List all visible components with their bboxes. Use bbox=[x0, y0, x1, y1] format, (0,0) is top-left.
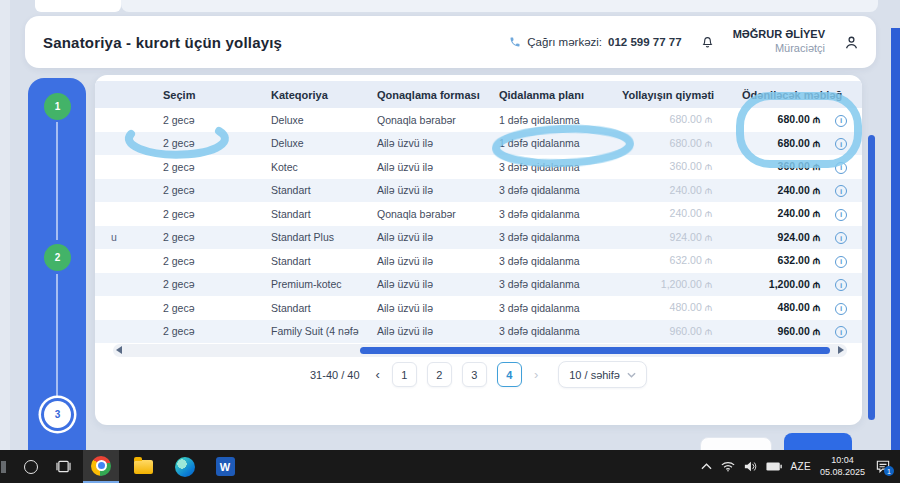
tray-date: 05.08.2025 bbox=[820, 467, 865, 477]
cell-qonaqlama: Ailə üzvü ilə bbox=[359, 302, 481, 314]
cell-qiymet: 1,200.00 ₼ bbox=[604, 278, 724, 291]
cell-qonaqlama: Ailə üzvü ilə bbox=[359, 255, 481, 267]
cell-mebleg: 680.00 ₼ bbox=[724, 113, 832, 126]
cell-kateqoriya: Deluxe bbox=[253, 114, 359, 126]
column-header-qiymet: Yollayışın qiyməti bbox=[604, 89, 724, 101]
info-icon[interactable]: i bbox=[835, 232, 847, 244]
cell-mebleg: 924.00 ₼ bbox=[724, 231, 832, 244]
table-row[interactable]: 2 gecə Family Suit (4 nəfər) Ailə üzvü i… bbox=[95, 320, 862, 344]
table-row[interactable]: 2 gecə Deluxe Qonaqla bərabər 1 dəfə qid… bbox=[95, 108, 862, 132]
info-icon[interactable]: i bbox=[835, 279, 847, 291]
cell-kateqoriya: Premium-kotec bbox=[253, 278, 359, 290]
scroll-left-arrow[interactable] bbox=[116, 346, 122, 354]
cell-qonaqlama: Ailə üzvü ilə bbox=[359, 184, 481, 196]
volume-icon[interactable] bbox=[744, 461, 757, 472]
table-row[interactable]: u 2 gecə Standart Plus Ailə üzvü ilə 3 d… bbox=[95, 226, 862, 250]
cell-qidalanma: 1 dəfə qidalanma bbox=[481, 137, 604, 149]
info-icon[interactable]: i bbox=[835, 162, 847, 174]
pagination-prev-button[interactable]: ‹ bbox=[374, 367, 382, 382]
chrome-icon[interactable] bbox=[83, 450, 119, 483]
pagination: 31-40 / 40 ‹ 1 2 3 4 › 10 / səhifə bbox=[95, 361, 862, 388]
cell-qidalanma: 3 dəfə qidalanma bbox=[481, 184, 604, 196]
row-stray-fragment: u bbox=[95, 231, 145, 243]
info-icon[interactable]: i bbox=[835, 256, 847, 268]
bell-icon[interactable] bbox=[700, 34, 715, 50]
page-vertical-scrollbar[interactable] bbox=[868, 135, 875, 420]
table-row[interactable]: 2 gecə Standart Ailə üzvü ilə 3 dəfə qid… bbox=[95, 179, 862, 203]
table-horizontal-scrollbar[interactable] bbox=[113, 344, 847, 357]
window-edge-strip bbox=[891, 28, 900, 450]
page-size-value: 10 / səhifə bbox=[569, 369, 620, 381]
file-explorer-icon[interactable] bbox=[128, 450, 158, 483]
wifi-icon[interactable] bbox=[721, 461, 735, 472]
info-icon[interactable]: i bbox=[835, 303, 847, 315]
cell-secim: 2 gecə bbox=[145, 114, 253, 126]
cell-kateqoriya: Deluxe bbox=[253, 137, 359, 149]
cell-kateqoriya: Standart bbox=[253, 302, 359, 314]
pagination-page-2[interactable]: 2 bbox=[427, 362, 452, 387]
cell-qidalanma: 3 dəfə qidalanma bbox=[481, 161, 604, 173]
table-row[interactable]: 2 gecə Standart Ailə üzvü ilə 3 dəfə qid… bbox=[95, 296, 862, 320]
cell-qonaqlama: Qonaqla bərabər bbox=[359, 114, 481, 126]
info-icon[interactable]: i bbox=[835, 138, 847, 150]
cortana-icon[interactable] bbox=[18, 450, 44, 483]
cell-qiymet: 480.00 ₼ bbox=[604, 301, 724, 314]
call-center-number: 012 599 77 77 bbox=[608, 36, 682, 48]
pagination-page-1[interactable]: 1 bbox=[392, 362, 417, 387]
language-indicator[interactable]: AZE bbox=[791, 461, 811, 472]
stepper-connector bbox=[56, 274, 58, 396]
table-row[interactable]: 2 gecə Deluxe Ailə üzvü ilə 1 dəfə qidal… bbox=[95, 132, 862, 156]
start-button-partial[interactable] bbox=[0, 450, 6, 483]
stepper-connector bbox=[56, 122, 58, 240]
call-center-label: Çağrı mərkəzi: bbox=[527, 36, 602, 48]
cell-secim: 2 gecə bbox=[145, 325, 253, 337]
call-center-info: Çağrı mərkəzi: 012 599 77 77 bbox=[509, 36, 681, 48]
page-size-select[interactable]: 10 / səhifə bbox=[558, 361, 647, 388]
cell-qonaqlama: Ailə üzvü ilə bbox=[359, 325, 481, 337]
pagination-page-3[interactable]: 3 bbox=[462, 362, 487, 387]
cell-mebleg: 1,200.00 ₼ bbox=[724, 278, 832, 291]
user-info: MƏĞRUR ƏLİYEV Müraciətçi bbox=[733, 28, 825, 56]
cell-qonaqlama: Qonaqla bərabər bbox=[359, 208, 481, 220]
edge-icon[interactable] bbox=[170, 450, 200, 483]
info-icon[interactable]: i bbox=[835, 326, 847, 338]
info-icon[interactable]: i bbox=[835, 185, 847, 197]
stepper-step-3[interactable]: 3 bbox=[44, 401, 71, 428]
cell-qiymet: 632.00 ₼ bbox=[604, 254, 724, 267]
user-icon[interactable] bbox=[843, 34, 860, 51]
cell-kateqoriya: Standart Plus bbox=[253, 231, 359, 243]
task-view-icon[interactable] bbox=[50, 450, 76, 483]
tray-expand-icon[interactable] bbox=[701, 463, 712, 470]
clock[interactable]: 10:04 05.08.2025 bbox=[820, 455, 865, 478]
cell-qonaqlama: Ailə üzvü ilə bbox=[359, 231, 481, 243]
info-icon[interactable]: i bbox=[835, 209, 847, 221]
notification-center-icon[interactable]: 1 bbox=[876, 460, 890, 473]
cell-qidalanma: 3 dəfə qidalanma bbox=[481, 231, 604, 243]
table-row[interactable]: 2 gecə Premium-kotec Ailə üzvü ilə 3 dəf… bbox=[95, 273, 862, 297]
word-icon[interactable]: W bbox=[210, 450, 240, 483]
windows-taskbar: W AZE 10:04 05.08.2025 1 bbox=[0, 450, 900, 483]
cell-qidalanma: 3 dəfə qidalanma bbox=[481, 278, 604, 290]
table-row[interactable]: 2 gecə Standart Ailə üzvü ilə 3 dəfə qid… bbox=[95, 249, 862, 273]
cell-qiymet: 680.00 ₼ bbox=[604, 137, 724, 150]
scrollbar-thumb[interactable] bbox=[360, 347, 830, 354]
column-header-qonaqlama: Qonaqlama forması bbox=[359, 89, 481, 101]
cell-kateqoriya: Standart bbox=[253, 255, 359, 267]
battery-icon[interactable] bbox=[766, 462, 782, 471]
scroll-right-arrow[interactable] bbox=[838, 346, 844, 354]
phone-icon bbox=[509, 36, 521, 48]
column-header-secim: Seçim bbox=[145, 89, 253, 101]
results-card: Seçim Kateqoriya Qonaqlama forması Qidal… bbox=[95, 75, 862, 425]
table-row[interactable]: 2 gecə Kotec Ailə üzvü ilə 3 dəfə qidala… bbox=[95, 155, 862, 179]
stepper-step-1[interactable]: 1 bbox=[44, 93, 71, 120]
cell-qidalanma: 3 dəfə qidalanma bbox=[481, 325, 604, 337]
pagination-next-button[interactable]: › bbox=[532, 367, 540, 382]
pagination-page-4-active[interactable]: 4 bbox=[497, 362, 522, 387]
cell-secim: 2 gecə bbox=[145, 208, 253, 220]
cell-qidalanma: 3 dəfə qidalanma bbox=[481, 208, 604, 220]
cell-qidalanma: 3 dəfə qidalanma bbox=[481, 255, 604, 267]
info-icon[interactable]: i bbox=[835, 115, 847, 127]
stepper-step-2[interactable]: 2 bbox=[44, 244, 71, 271]
cell-secim: 2 gecə bbox=[145, 302, 253, 314]
table-row[interactable]: 2 gecə Standart Qonaqla bərabər 3 dəfə q… bbox=[95, 202, 862, 226]
